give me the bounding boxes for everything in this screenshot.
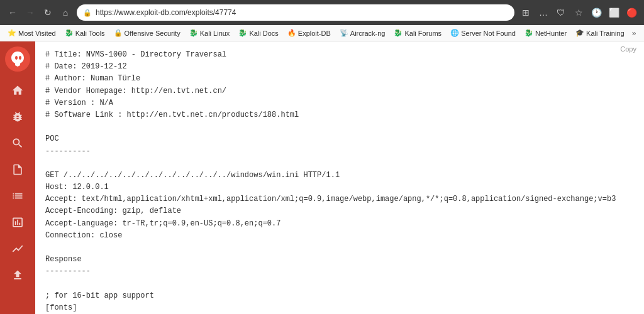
bookmark-aircrack[interactable]: 📡 Aircrack-ng <box>336 28 389 38</box>
profile-icon[interactable]: 🔴 <box>624 5 639 20</box>
bookmark-kali-training[interactable]: 🎓 Kali Training <box>572 28 628 38</box>
bookmark-icon[interactable]: ☆ <box>571 5 586 20</box>
content-area: Copy # Title: NVMS-1000 - Directory Trav… <box>35 41 644 314</box>
sidebar-item-search[interactable] <box>4 131 31 156</box>
offensive-security-icon: 🔒 <box>114 29 123 37</box>
bookmarks-bar: ⭐ Most Visited 🐉 Kali Tools 🔒 Offensive … <box>0 25 644 41</box>
sidebar-item-list[interactable] <box>4 183 31 208</box>
kali-training-icon: 🎓 <box>575 29 584 37</box>
bookmark-offensive-security[interactable]: 🔒 Offensive Security <box>110 28 184 38</box>
kali-tools-label: Kali Tools <box>75 30 105 37</box>
sidebar-item-bug[interactable] <box>4 104 31 129</box>
bookmark-kali-tools[interactable]: 🐉 Kali Tools <box>61 28 109 38</box>
browser-right-icons: ⊞ … 🛡 ☆ 🕐 ⬜ 🔴 <box>518 5 639 20</box>
bookmark-most-visited[interactable]: ⭐ Most Visited <box>4 28 60 38</box>
more-bookmarks-icon[interactable]: » <box>632 29 636 38</box>
main-layout: Copy # Title: NVMS-1000 - Directory Trav… <box>0 41 644 314</box>
home-button[interactable]: ⌂ <box>58 5 73 20</box>
offensive-security-label: Offensive Security <box>125 30 180 37</box>
lock-icon: 🔒 <box>83 9 92 17</box>
bookmark-kali-linux[interactable]: 🐉 Kali Linux <box>186 28 234 38</box>
bookmark-kali-docs[interactable]: 🐉 Kali Docs <box>235 28 282 38</box>
bookmark-server-not-found[interactable]: 🌐 Server Not Found <box>447 28 519 38</box>
bookmark-kali-forums[interactable]: 🐉 Kali Forums <box>390 28 445 38</box>
nav-buttons: ← → ↻ ⌂ <box>5 5 73 20</box>
bookmark-nethunter[interactable]: 🐉 NetHunter <box>521 28 570 38</box>
reload-button[interactable]: ↻ <box>40 5 55 20</box>
code-block: # Title: NVMS-1000 - Directory Traversal… <box>35 41 644 314</box>
exploit-db-label: Exploit-DB <box>298 30 331 37</box>
aircrack-label: Aircrack-ng <box>350 30 386 37</box>
nethunter-label: NetHunter <box>535 30 567 37</box>
copy-button[interactable]: Copy <box>620 45 636 53</box>
browser-chrome: ← → ↻ ⌂ 🔒 ⊞ … 🛡 ☆ 🕐 ⬜ 🔴 <box>0 0 644 25</box>
bookmark-exploit-db[interactable]: 🔥 Exploit-DB <box>284 28 335 38</box>
sidebar-item-document[interactable] <box>4 157 31 182</box>
extensions-icon[interactable]: ⊞ <box>518 5 533 20</box>
sidebar-item-home[interactable] <box>4 78 31 103</box>
exploit-db-icon: 🔥 <box>287 29 296 37</box>
sidebar <box>0 41 35 314</box>
kali-training-label: Kali Training <box>586 30 625 37</box>
most-visited-icon: ⭐ <box>8 29 16 37</box>
kali-forums-icon: 🐉 <box>394 29 402 37</box>
kali-forums-label: Kali Forums <box>404 30 441 37</box>
kali-docs-label: Kali Docs <box>249 30 278 37</box>
sidebar-item-charts[interactable] <box>4 236 31 261</box>
server-not-found-label: Server Not Found <box>461 30 516 37</box>
nethunter-icon: 🐉 <box>525 29 533 37</box>
forward-button[interactable]: → <box>23 5 38 20</box>
sidebar-logo <box>5 46 30 72</box>
server-not-found-icon: 🌐 <box>450 29 459 37</box>
kali-linux-icon: 🐉 <box>189 29 198 37</box>
sidebar-item-upload[interactable] <box>4 263 31 288</box>
kali-tools-icon: 🐉 <box>65 29 74 37</box>
kali-docs-icon: 🐉 <box>238 29 247 37</box>
tabs-icon[interactable]: ⬜ <box>606 5 621 20</box>
kali-dragon-logo <box>9 50 26 68</box>
sidebar-item-analytics[interactable] <box>4 210 31 235</box>
kali-linux-label: Kali Linux <box>200 30 230 37</box>
url-input[interactable] <box>96 8 508 17</box>
history-icon[interactable]: 🕐 <box>589 5 604 20</box>
shield-icon[interactable]: 🛡 <box>553 5 569 20</box>
aircrack-icon: 📡 <box>340 29 348 37</box>
menu-icon[interactable]: … <box>536 5 551 20</box>
back-button[interactable]: ← <box>5 5 20 20</box>
most-visited-label: Most Visited <box>18 30 56 37</box>
address-bar: 🔒 <box>77 4 514 21</box>
